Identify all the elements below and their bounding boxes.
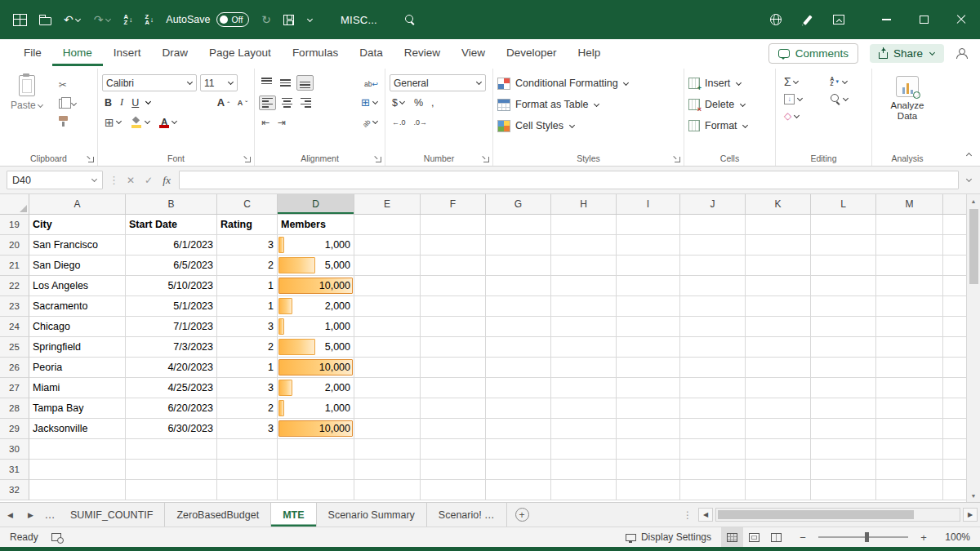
cancel-icon[interactable]: ✕ bbox=[127, 175, 135, 186]
cell-C20[interactable]: 3 bbox=[217, 235, 278, 256]
zoom-slider-handle[interactable] bbox=[865, 532, 869, 542]
cell-K30[interactable] bbox=[746, 439, 811, 460]
column-header-H[interactable]: H bbox=[551, 194, 617, 214]
cell-B21[interactable]: 6/5/2023 bbox=[126, 256, 217, 276]
select-all-corner[interactable] bbox=[0, 194, 29, 214]
format-as-table-button[interactable]: Format as Table bbox=[497, 95, 679, 114]
ribbon-tab-draw[interactable]: Draw bbox=[152, 40, 199, 66]
cell-G28[interactable] bbox=[486, 398, 551, 419]
increase-decimal-button[interactable]: ←.0 bbox=[390, 117, 408, 128]
cell-C23[interactable]: 1 bbox=[217, 296, 278, 317]
insert-function-icon[interactable]: fx bbox=[163, 174, 171, 187]
cell-B26[interactable]: 4/20/2023 bbox=[126, 358, 217, 378]
cell-M29[interactable] bbox=[876, 419, 943, 439]
share-button[interactable]: Share bbox=[870, 44, 944, 63]
fill-color-button[interactable] bbox=[128, 115, 154, 130]
conditional-formatting-button[interactable]: Conditional Formatting bbox=[497, 73, 679, 93]
cell-L22[interactable] bbox=[811, 276, 876, 296]
cell-K24[interactable] bbox=[746, 317, 811, 337]
cell-K31[interactable] bbox=[746, 460, 811, 480]
cell-F24[interactable] bbox=[421, 317, 486, 337]
cell-L21[interactable] bbox=[811, 256, 876, 276]
font-name-select[interactable]: Calibri bbox=[102, 74, 197, 91]
cell-J31[interactable] bbox=[680, 460, 746, 480]
ribbon-tab-help[interactable]: Help bbox=[568, 40, 612, 66]
cell-C24[interactable]: 3 bbox=[217, 317, 278, 337]
underline-button[interactable]: U bbox=[129, 96, 141, 110]
cell-H22[interactable] bbox=[551, 276, 617, 296]
undo-button[interactable]: ↶ bbox=[64, 14, 82, 25]
formula-input[interactable] bbox=[179, 171, 959, 189]
tab-split-handle[interactable] bbox=[679, 509, 696, 521]
cell-D32[interactable] bbox=[278, 480, 354, 500]
find-select-button[interactable] bbox=[828, 92, 866, 106]
tabs-scroll-left-icon[interactable]: ◀ bbox=[0, 511, 20, 519]
cell-H23[interactable] bbox=[551, 296, 617, 317]
cell-E24[interactable] bbox=[354, 317, 421, 337]
sync-icon[interactable]: ↻ bbox=[261, 14, 271, 25]
cell-partial-23[interactable] bbox=[943, 296, 966, 317]
cell-L29[interactable] bbox=[811, 419, 876, 439]
cell-E23[interactable] bbox=[354, 296, 421, 317]
cell-J27[interactable] bbox=[680, 378, 746, 398]
bottom-align-button[interactable] bbox=[296, 75, 314, 91]
cell-I31[interactable] bbox=[617, 460, 680, 480]
ribbon-tab-view[interactable]: View bbox=[451, 40, 496, 66]
cell-J24[interactable] bbox=[680, 317, 746, 337]
cell-A21[interactable]: San Diego bbox=[29, 256, 126, 276]
merge-center-button[interactable] bbox=[359, 95, 381, 110]
cell-J29[interactable] bbox=[680, 419, 746, 439]
hscroll-left-icon[interactable]: ◀ bbox=[698, 508, 713, 522]
cell-F30[interactable] bbox=[421, 439, 486, 460]
column-header-K[interactable]: K bbox=[746, 194, 811, 214]
cell-H21[interactable] bbox=[551, 256, 617, 276]
sort-filter-button[interactable] bbox=[828, 73, 866, 90]
align-right-button[interactable] bbox=[298, 96, 314, 109]
macro-record-icon[interactable] bbox=[51, 533, 61, 541]
cell-partial-21[interactable] bbox=[943, 256, 966, 276]
cell-B24[interactable]: 7/1/2023 bbox=[126, 317, 217, 337]
cell-M25[interactable] bbox=[876, 337, 943, 358]
cell-L19[interactable] bbox=[811, 215, 876, 235]
ribbon-tab-data[interactable]: Data bbox=[349, 40, 394, 66]
cell-M21[interactable] bbox=[876, 256, 943, 276]
horizontal-scrollbar-thumb[interactable] bbox=[718, 510, 914, 519]
cell-K29[interactable] bbox=[746, 419, 811, 439]
cell-A24[interactable]: Chicago bbox=[29, 317, 126, 337]
display-settings-button[interactable]: Display Settings bbox=[626, 531, 711, 543]
top-align-button[interactable] bbox=[259, 76, 274, 90]
normal-view-button[interactable] bbox=[721, 527, 743, 547]
cell-partial-28[interactable] bbox=[943, 398, 966, 419]
column-header-A[interactable]: A bbox=[29, 194, 126, 214]
cell-F19[interactable] bbox=[421, 215, 486, 235]
analyze-data-button[interactable]: Analyze Data bbox=[876, 72, 938, 126]
cell-J21[interactable] bbox=[680, 256, 746, 276]
enter-icon[interactable]: ✓ bbox=[145, 175, 153, 186]
zoom-level[interactable]: 100% bbox=[939, 531, 970, 543]
cell-styles-button[interactable]: Cell Styles bbox=[497, 116, 679, 136]
cell-E19[interactable] bbox=[354, 215, 421, 235]
cell-D21[interactable]: 5,000 bbox=[278, 256, 354, 276]
cell-D29[interactable]: 10,000 bbox=[278, 419, 354, 439]
alignment-dialog-launcher[interactable] bbox=[374, 155, 381, 162]
cell-J25[interactable] bbox=[680, 337, 746, 358]
tabs-scroll-right-icon[interactable]: ▶ bbox=[20, 511, 41, 519]
cell-D31[interactable] bbox=[278, 460, 354, 480]
row-header-28[interactable]: 28 bbox=[0, 398, 29, 419]
cell-E22[interactable] bbox=[354, 276, 421, 296]
ribbon-tab-insert[interactable]: Insert bbox=[103, 40, 152, 66]
number-dialog-launcher[interactable] bbox=[482, 155, 489, 162]
cell-F22[interactable] bbox=[421, 276, 486, 296]
number-format-select[interactable]: General bbox=[390, 74, 486, 91]
cell-G20[interactable] bbox=[486, 235, 551, 256]
cell-B30[interactable] bbox=[126, 439, 217, 460]
cell-I25[interactable] bbox=[617, 337, 680, 358]
cell-J26[interactable] bbox=[680, 358, 746, 378]
column-header-C[interactable]: C bbox=[217, 194, 278, 214]
font-size-select[interactable]: 11 bbox=[200, 74, 238, 91]
new-sheet-button[interactable] bbox=[515, 508, 529, 522]
increase-indent-button[interactable] bbox=[275, 115, 288, 130]
cell-F28[interactable] bbox=[421, 398, 486, 419]
cell-L26[interactable] bbox=[811, 358, 876, 378]
clipboard-dialog-launcher[interactable] bbox=[87, 155, 94, 162]
